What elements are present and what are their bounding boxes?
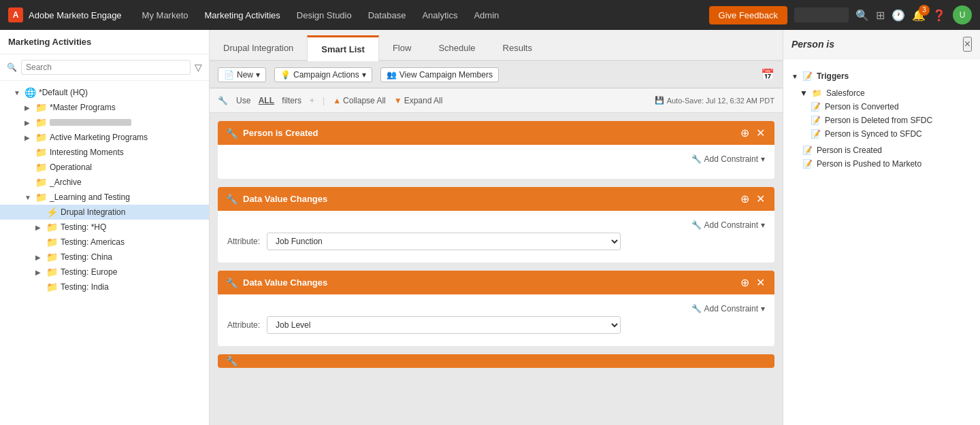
add-constraint-row-3: 🔧 Add Constraint ▾ <box>227 301 765 316</box>
adobe-icon: A <box>8 7 23 22</box>
rp-triggers-label: Triggers <box>817 71 849 81</box>
folder-icon: 📁 <box>35 177 47 188</box>
sidebar-item-blank[interactable]: ▶ 📁 <box>0 115 209 130</box>
notifications[interactable]: 🔔 3 <box>912 9 926 22</box>
user-avatar[interactable]: U <box>953 5 972 24</box>
right-panel-close-button[interactable]: × <box>963 37 972 52</box>
arrow-icon: ▼ <box>14 89 22 97</box>
trigger-info-button-3[interactable]: ⊕ <box>739 276 751 289</box>
tab-drupal-integration[interactable]: Drupal Integration <box>210 36 307 60</box>
sidebar-item-testing-americas[interactable]: 📁 Testing: Americas <box>0 235 209 250</box>
trigger-icon-3: 🔧 <box>226 277 238 288</box>
rp-item-person-created[interactable]: 📝 Person is Created <box>791 143 972 157</box>
add-constraint-label-1: Add Constraint <box>704 154 758 164</box>
collapse-label: Collapse All <box>343 96 386 105</box>
new-label: New <box>237 70 253 80</box>
clock-icon[interactable]: 🕐 <box>892 9 905 22</box>
nav-design-studio[interactable]: Design Studio <box>290 7 359 23</box>
sidebar-item-master-programs[interactable]: ▶ 📁 *Master Programs <box>0 100 209 115</box>
trigger-remove-button-2[interactable]: ✕ <box>755 192 766 205</box>
expand-all-button[interactable]: ▼ Expand All <box>394 96 443 105</box>
sidebar-item-learning-testing[interactable]: ▼ 📁 _Learning and Testing <box>0 190 209 205</box>
trigger-remove-button-3[interactable]: ✕ <box>755 276 766 289</box>
trigger-header-4: 🔧 <box>218 354 774 368</box>
grid-icon[interactable]: ⊞ <box>876 9 885 22</box>
dropdown-arrow-icon: ▾ <box>362 70 366 80</box>
give-feedback-button[interactable]: Give Feedback <box>709 6 787 24</box>
sidebar-item-testing-india[interactable]: 📁 Testing: India <box>0 279 209 294</box>
nav-marketing-activities[interactable]: Marketing Activities <box>198 7 287 23</box>
rp-item-label: Person is Deleted from SFDC <box>825 116 932 125</box>
rp-sf-arrow[interactable]: ▼ <box>800 88 808 98</box>
rp-item-person-synced[interactable]: 📝 Person is Synced to SFDC <box>791 127 972 141</box>
sidebar-item-drupal-integration[interactable]: ⚡ Drupal Integration <box>0 205 209 220</box>
trigger-info-button-2[interactable]: ⊕ <box>739 192 751 205</box>
sidebar-item-testing-europe[interactable]: ▶ 📁 Testing: Europe <box>0 265 209 279</box>
attribute-select-2[interactable]: Job Function <box>267 233 621 250</box>
add-constraint-button-3[interactable]: 🔧 Add Constraint ▾ <box>691 304 765 313</box>
trigger-icon-2: 🔧 <box>226 194 238 205</box>
globe-icon: 🌐 <box>24 87 36 98</box>
notification-count: 3 <box>919 5 930 16</box>
rp-item-person-deleted[interactable]: 📝 Person is Deleted from SFDC <box>791 114 972 127</box>
help-icon[interactable]: ❓ <box>932 9 946 22</box>
search-icon[interactable]: 🔍 <box>855 9 869 22</box>
filter-icon[interactable]: ▽ <box>195 62 202 73</box>
trigger-icon-4: 🔧 <box>226 356 238 367</box>
rp-item-person-pushed[interactable]: 📝 Person is Pushed to Marketo <box>791 157 972 171</box>
folder-icon: 📁 <box>35 147 47 158</box>
rp-item-label: Person is Pushed to Marketo <box>817 159 921 169</box>
app-name: Adobe Marketo Engage <box>29 10 122 20</box>
folder-icon: 📁 <box>35 132 47 143</box>
dropdown-arrow-icon: ▾ <box>761 154 765 164</box>
rp-item-person-converted[interactable]: 📝 Person is Converted <box>791 100 972 114</box>
logo[interactable]: A Adobe Marketo Engage <box>8 7 122 22</box>
sidebar-item-default-hq[interactable]: ▼ 🌐 *Default (HQ) <box>0 85 209 100</box>
tab-results[interactable]: Results <box>489 36 546 60</box>
sidebar-item-archive[interactable]: 📁 _Archive <box>0 175 209 190</box>
add-constraint-row-2: 🔧 Add Constraint ▾ <box>227 218 765 233</box>
sidebar-search-bar: 🔍 ▽ <box>0 54 209 81</box>
trigger-icon-1: 🔧 <box>226 128 238 139</box>
nav-my-marketo[interactable]: My Marketo <box>135 7 195 23</box>
add-constraint-label-3: Add Constraint <box>704 304 758 313</box>
sidebar-item-testing-china[interactable]: ▶ 📁 Testing: China <box>0 250 209 265</box>
add-constraint-button-2[interactable]: 🔧 Add Constraint ▾ <box>691 220 765 230</box>
tab-schedule[interactable]: Schedule <box>425 36 489 60</box>
nav-admin[interactable]: Admin <box>467 7 506 23</box>
sidebar-item-interesting-moments[interactable]: 📁 Interesting Moments <box>0 145 209 160</box>
tab-smart-list[interactable]: Smart List <box>307 35 379 61</box>
nav-analytics[interactable]: Analytics <box>415 7 464 23</box>
arrow-icon: ▶ <box>24 104 33 112</box>
rp-item-icon: 📝 <box>811 116 821 125</box>
arrow-icon: ▶ <box>24 134 33 141</box>
rp-sf-icon: 📁 <box>812 88 822 98</box>
view-members-button[interactable]: 👥 View Campaign Members <box>380 67 499 82</box>
new-button[interactable]: 📄 New ▾ <box>218 67 266 82</box>
attribute-select-3[interactable]: Job Level <box>267 316 621 334</box>
nav-database[interactable]: Database <box>361 7 413 23</box>
add-constraint-button-1[interactable]: 🔧 Add Constraint ▾ <box>691 154 765 164</box>
rp-triggers-arrow[interactable]: ▼ <box>791 73 798 80</box>
sidebar-item-testing-hq[interactable]: ▶ 📁 Testing: *HQ <box>0 220 209 235</box>
add-constraint-icon-3: 🔧 <box>691 304 702 313</box>
lightning-icon: ⚡ <box>46 207 58 218</box>
trigger-info-button-1[interactable]: ⊕ <box>739 126 751 139</box>
expand-label: Expand All <box>404 96 443 105</box>
collapse-all-button[interactable]: ▲ Collapse All <box>333 96 386 105</box>
rp-triggers-icon: 📝 <box>802 71 813 81</box>
sidebar-search-input[interactable] <box>21 60 191 75</box>
calendar-icon[interactable]: 📅 <box>761 69 774 80</box>
trigger-body-3: 🔧 Add Constraint ▾ Attribute: Job Level <box>218 294 774 346</box>
app-layout: Marketing Activities 🔍 ▽ ▼ 🌐 *Default (H… <box>0 30 980 425</box>
sidebar-item-active-marketing[interactable]: ▶ 📁 Active Marketing Programs <box>0 130 209 145</box>
campaign-actions-label: Campaign Actions <box>293 70 359 80</box>
collapse-icon: ▲ <box>333 96 341 105</box>
global-search-input[interactable] <box>794 7 849 22</box>
arrow-icon: ▶ <box>24 119 33 126</box>
campaign-actions-button[interactable]: 💡 Campaign Actions ▾ <box>274 67 372 82</box>
sidebar-item-operational[interactable]: 📁 Operational <box>0 160 209 175</box>
trigger-remove-button-1[interactable]: ✕ <box>755 126 766 139</box>
smart-list-scroll-area[interactable]: 🔧 Person is Created ⊕ ✕ 🔧 Add Constraint… <box>210 113 783 425</box>
tab-flow[interactable]: Flow <box>379 36 425 60</box>
